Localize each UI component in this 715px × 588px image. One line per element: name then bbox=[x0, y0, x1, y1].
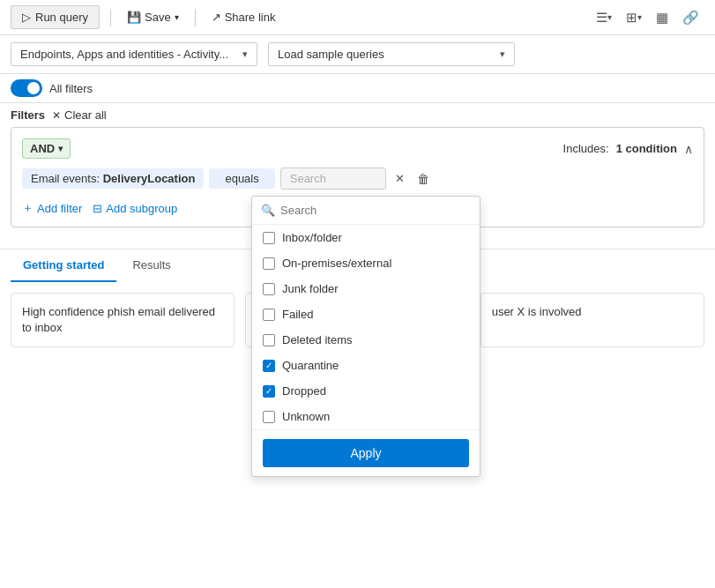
dropdown-item-label: On-premises/external bbox=[282, 257, 391, 270]
card-phish-text: High confidence phish email delivered to… bbox=[22, 305, 215, 334]
add-filter-label: Add filter bbox=[37, 202, 82, 215]
grid-icon: ⊞ bbox=[626, 10, 637, 26]
table-view-button[interactable]: ▦ bbox=[651, 6, 674, 29]
condition-row: Email events: DeliveryLocation equals Se… bbox=[22, 167, 693, 190]
plus-icon: ＋ bbox=[22, 200, 34, 216]
save-icon: 💾 bbox=[127, 11, 141, 24]
filter-area: AND ▾ Includes: 1 condition ∧ Email even… bbox=[0, 127, 715, 238]
list-icon: ☰ bbox=[596, 10, 607, 26]
collapse-button[interactable]: ∧ bbox=[684, 142, 693, 156]
trash-icon: 🗑 bbox=[417, 172, 429, 186]
condition-operator-tag: equals bbox=[209, 168, 274, 189]
all-filters-toggle[interactable] bbox=[11, 79, 42, 97]
and-badge[interactable]: AND ▾ bbox=[22, 138, 71, 159]
and-label: AND bbox=[30, 142, 55, 155]
dropdown-item[interactable]: Inbox/folder bbox=[252, 225, 480, 250]
condition-field-tag: Email events: DeliveryLocation bbox=[22, 168, 204, 189]
tab-results[interactable]: Results bbox=[120, 249, 182, 282]
filters-row: Filters ✕ Clear all bbox=[0, 103, 715, 127]
toolbar-right: ☰ ▾ ⊞ ▾ ▦ 🔗 bbox=[591, 6, 704, 29]
chevron-grid-icon: ▾ bbox=[637, 12, 642, 22]
checkbox-junk-folder bbox=[263, 283, 275, 295]
and-chevron-icon: ▾ bbox=[58, 144, 63, 153]
dropdown-item-label: Quarantine bbox=[282, 359, 339, 372]
search-magnifier-icon: 🔍 bbox=[261, 204, 275, 217]
includes-label: Includes: bbox=[563, 142, 609, 155]
list-view-button[interactable]: ☰ ▾ bbox=[591, 6, 617, 29]
subgroup-icon: ⊟ bbox=[93, 202, 102, 215]
condition-field-value: DeliveryLocation bbox=[103, 172, 196, 185]
sample-queries-value: Load sample queries bbox=[278, 48, 384, 61]
toggle-label: All filters bbox=[49, 82, 93, 95]
run-query-button[interactable]: ▷ Run query bbox=[11, 5, 100, 29]
dropdown-items: Inbox/folderOn-premises/externalJunk fol… bbox=[252, 225, 480, 429]
checkbox-unknown bbox=[263, 411, 275, 423]
card-user-involved[interactable]: user X is involved bbox=[480, 293, 704, 347]
filters-label: Filters bbox=[11, 108, 45, 122]
clear-condition-button[interactable]: ✕ bbox=[391, 170, 408, 187]
checkbox-inbox-folder bbox=[263, 232, 275, 244]
dropdown-item[interactable]: ✓Dropped bbox=[252, 378, 480, 404]
checkbox-dropped: ✓ bbox=[263, 385, 275, 398]
share-link-button[interactable]: ↗ Share link bbox=[206, 7, 281, 27]
dropdown-item[interactable]: Deleted items bbox=[252, 327, 480, 353]
dropdown-item-label: Dropped bbox=[282, 384, 326, 398]
table-icon: ▦ bbox=[656, 10, 668, 26]
dropdown-item[interactable]: Failed bbox=[252, 301, 480, 327]
chevron-down-icon: ▾ bbox=[175, 12, 179, 22]
checkbox-quarantine: ✓ bbox=[263, 360, 275, 372]
x-clear-icon: ✕ bbox=[52, 109, 61, 122]
save-button[interactable]: 💾 Save ▾ bbox=[122, 7, 184, 27]
dropdown-search-area: 🔍 bbox=[252, 197, 480, 225]
schema-dropdown[interactable]: Endpoints, Apps and identities - Activit… bbox=[11, 42, 257, 66]
checkbox-on-premises-external bbox=[263, 257, 275, 270]
sample-queries-dropdown[interactable]: Load sample queries ▾ bbox=[268, 42, 515, 66]
dropdown-item[interactable]: ✓Quarantine bbox=[252, 353, 480, 378]
filter-card-header: AND ▾ Includes: 1 condition ∧ bbox=[22, 138, 693, 159]
separator2 bbox=[195, 9, 196, 26]
delete-condition-button[interactable]: 🗑 bbox=[413, 170, 433, 188]
add-subgroup-label: Add subgroup bbox=[106, 202, 177, 215]
share-icon: ↗ bbox=[212, 11, 221, 24]
checkbox-deleted-items bbox=[263, 334, 275, 346]
settings-button[interactable]: 🔗 bbox=[677, 6, 704, 29]
dropdown-item-label: Unknown bbox=[282, 410, 330, 423]
dropdown-item[interactable]: Unknown bbox=[252, 404, 480, 429]
dropdown-item[interactable]: On-premises/external bbox=[252, 250, 480, 276]
search-input[interactable] bbox=[280, 204, 471, 217]
add-subgroup-button[interactable]: ⊟ Add subgroup bbox=[93, 202, 177, 215]
search-tag[interactable]: Search bbox=[280, 167, 386, 190]
apply-button[interactable]: Apply bbox=[263, 439, 469, 467]
dropdown-item[interactable]: Junk folder bbox=[252, 276, 480, 301]
search-tag-text: Search bbox=[290, 172, 326, 185]
filter-card: AND ▾ Includes: 1 condition ∧ Email even… bbox=[11, 127, 704, 227]
search-dropdown: 🔍 Inbox/folderOn-premises/externalJunk f… bbox=[251, 196, 480, 477]
run-query-label: Run query bbox=[35, 11, 88, 24]
clear-all-label: Clear all bbox=[64, 108, 107, 122]
toggle-slider bbox=[11, 79, 42, 97]
link-icon: 🔗 bbox=[682, 10, 699, 26]
sample-queries-chevron-icon: ▾ bbox=[500, 48, 505, 60]
dropdown-item-label: Deleted items bbox=[282, 333, 352, 346]
dropdown-item-label: Junk folder bbox=[282, 282, 339, 295]
includes-count: 1 condition bbox=[616, 142, 677, 155]
schema-chevron-icon: ▾ bbox=[242, 48, 248, 60]
apply-btn-area: Apply bbox=[252, 429, 480, 476]
add-filter-button[interactable]: ＋ Add filter bbox=[22, 200, 82, 216]
checkbox-failed bbox=[263, 309, 275, 321]
share-link-label: Share link bbox=[225, 11, 276, 24]
card-phish[interactable]: High confidence phish email delivered to… bbox=[11, 293, 235, 347]
grid-view-button[interactable]: ⊞ ▾ bbox=[621, 6, 647, 29]
chevron-list-icon: ▾ bbox=[607, 12, 612, 22]
play-icon: ▷ bbox=[22, 11, 31, 24]
x-icon: ✕ bbox=[395, 172, 405, 185]
dropdown-item-label: Failed bbox=[282, 308, 313, 321]
collapse-icon: ∧ bbox=[684, 142, 693, 156]
clear-all-button[interactable]: ✕ Clear all bbox=[52, 108, 107, 122]
card-user-involved-text: user X is involved bbox=[492, 305, 582, 318]
toolbar: ▷ Run query 💾 Save ▾ ↗ Share link ☰ ▾ ⊞ … bbox=[0, 0, 715, 35]
dropdown-row: Endpoints, Apps and identities - Activit… bbox=[0, 35, 715, 74]
includes-text: Includes: 1 condition ∧ bbox=[563, 142, 693, 156]
separator bbox=[110, 9, 111, 26]
tab-getting-started[interactable]: Getting started bbox=[11, 249, 116, 282]
